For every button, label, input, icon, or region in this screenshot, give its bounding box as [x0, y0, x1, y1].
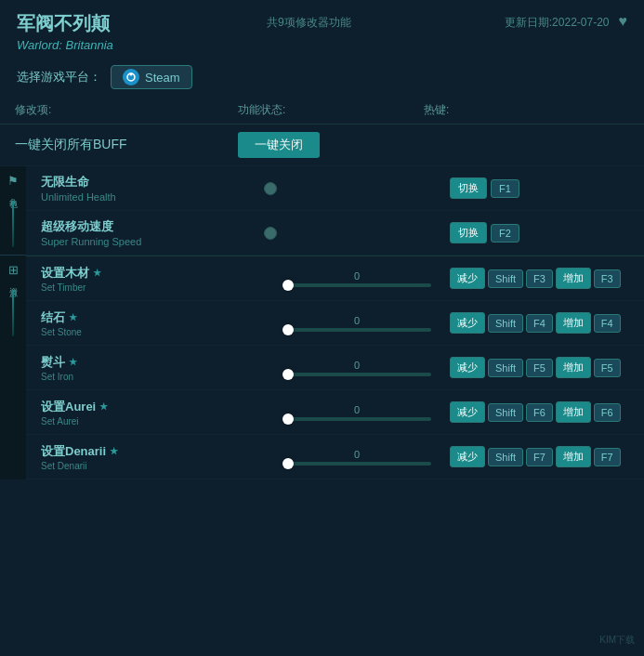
header: 军阀不列颠 Warlord: Britannia 共9项修改器功能 更新日期:2…: [0, 0, 644, 58]
res-dec-label-3[interactable]: 减少: [450, 401, 485, 423]
char-toggle-col-0: [264, 182, 450, 195]
platform-row: 选择游戏平台： Steam: [0, 58, 644, 97]
res-dec-label-4[interactable]: 减少: [450, 446, 485, 467]
char-name-col-1: 超级移动速度 Super Running Speed: [41, 218, 264, 247]
res-slider-thumb-4: [283, 458, 294, 469]
favorite-icon[interactable]: ♥: [619, 13, 628, 30]
res-slider-1[interactable]: [283, 328, 431, 332]
char-en-1: Super Running Speed: [41, 236, 264, 247]
res-dec-key-3[interactable]: F6: [526, 403, 553, 422]
char-toggle-1[interactable]: [264, 227, 277, 240]
res-name-col-4: 设置Denarii ★ Set Denarii: [41, 443, 264, 471]
svg-point-2: [130, 73, 133, 76]
platform-label: 选择游戏平台：: [17, 69, 101, 85]
res-inc-key-1[interactable]: F4: [594, 314, 621, 333]
resource-item-1: 结石 ★ Set Stone 0 减少 Shift F4 增加 F4: [26, 301, 644, 346]
res-inc-label-0[interactable]: 增加: [556, 268, 591, 289]
char-hotkey-key-0[interactable]: F1: [491, 179, 519, 198]
res-inc-label-4[interactable]: 增加: [556, 446, 591, 467]
game-title-cn: 军阀不列颠: [17, 11, 113, 36]
res-value-3: 0: [354, 404, 360, 415]
header-mod-count: 共9项修改器功能: [267, 15, 351, 31]
char-hotkey-label-0[interactable]: 切换: [450, 177, 487, 199]
res-slider-col-2: 0: [264, 360, 450, 376]
res-inc-label-3[interactable]: 增加: [556, 401, 591, 423]
res-slider-thumb-2: [283, 369, 294, 380]
char-cn-1: 超级移动速度: [41, 218, 264, 235]
resource-item-4: 设置Denarii ★ Set Denarii 0 减少 Shift F7 增加…: [26, 435, 644, 479]
res-slider-col-4: 0: [264, 449, 450, 466]
res-inc-label-1[interactable]: 增加: [556, 312, 591, 334]
char-toggle-0[interactable]: [264, 182, 277, 195]
res-en-4: Set Denarii: [41, 461, 264, 471]
res-en-3: Set Aurei: [41, 416, 264, 426]
char-item-0: 无限生命 Unlimited Health 切换 F1: [26, 166, 644, 211]
res-dec-key-2[interactable]: F5: [526, 359, 553, 377]
buff-name: 一键关闭所有BUFF: [15, 137, 238, 153]
sidebar-res-section: ⊞ 资源: [0, 256, 26, 344]
res-value-1: 0: [354, 315, 360, 326]
char-sidebar-icon: ⚑: [7, 174, 19, 188]
res-dec-label-1[interactable]: 减少: [450, 312, 485, 334]
buff-status-col: 一键关闭: [238, 132, 424, 158]
header-left: 军阀不列颠 Warlord: Britannia: [17, 11, 113, 52]
sidebar-char-label: 角色: [7, 191, 20, 195]
star-icon-4: ★: [110, 446, 118, 456]
res-inc-key-4[interactable]: F7: [594, 448, 621, 466]
buff-close-button[interactable]: 一键关闭: [238, 132, 320, 158]
res-dec-key-0[interactable]: F3: [526, 269, 553, 288]
char-name-col-0: 无限生命 Unlimited Health: [41, 174, 264, 203]
sidebar-res-bar: [12, 290, 14, 336]
res-dec-shift-0[interactable]: Shift: [488, 269, 523, 288]
res-slider-2[interactable]: [283, 373, 431, 376]
res-dec-label-2[interactable]: 减少: [450, 357, 485, 378]
resource-item-0: 设置木材 ★ Set Timber 0 减少 Shift F3 增加 F3: [26, 256, 644, 301]
resource-item-2: 熨斗 ★ Set Iron 0 减少 Shift F5 增加 F5: [26, 346, 644, 390]
res-inc-key-0[interactable]: F3: [594, 269, 621, 288]
res-slider-thumb-3: [283, 413, 294, 425]
left-sidebar: ⚑ 角色 ⊞ 资源: [0, 166, 26, 479]
res-cn-4: 设置Denarii ★: [41, 443, 264, 460]
res-en-1: Set Stone: [41, 327, 264, 337]
res-hotkey-col-2: 减少 Shift F5 增加 F5: [450, 357, 629, 378]
char-hotkey-col-0: 切换 F1: [450, 177, 629, 199]
res-dec-shift-3[interactable]: Shift: [488, 403, 523, 422]
sidebar-char-section: ⚑ 角色: [0, 166, 26, 256]
buff-row: 一键关闭所有BUFF 一键关闭: [0, 125, 644, 166]
res-dec-label-0[interactable]: 减少: [450, 268, 485, 289]
res-slider-3[interactable]: [283, 417, 431, 421]
game-title-en: Warlord: Britannia: [17, 38, 113, 52]
res-slider-4[interactable]: [283, 462, 431, 466]
res-inc-key-3[interactable]: F6: [594, 403, 621, 422]
res-dec-shift-2[interactable]: Shift: [488, 359, 523, 377]
res-inc-key-2[interactable]: F5: [594, 359, 621, 377]
svg-point-0: [125, 71, 138, 84]
res-name-col-1: 结石 ★ Set Stone: [41, 309, 264, 337]
col-hotkey-header: 热键:: [424, 102, 629, 118]
res-cn-1: 结石 ★: [41, 309, 264, 326]
steam-platform-label: Steam: [145, 71, 180, 85]
char-item-1: 超级移动速度 Super Running Speed 切换 F2: [26, 211, 644, 256]
char-hotkey-key-1[interactable]: F2: [491, 224, 519, 243]
steam-platform-button[interactable]: Steam: [111, 65, 192, 89]
res-value-0: 0: [354, 270, 360, 282]
col-mod-header: 修改项:: [15, 102, 238, 118]
main-area: ⚑ 角色 ⊞ 资源 无限生命 Unlimited Health 切换 F1 超级…: [0, 166, 644, 479]
res-value-2: 0: [354, 360, 360, 371]
res-slider-0[interactable]: [283, 283, 431, 287]
res-cn-0: 设置木材 ★: [41, 265, 264, 282]
char-hotkey-label-1[interactable]: 切换: [450, 222, 487, 243]
res-dec-shift-1[interactable]: Shift: [488, 314, 523, 333]
res-dec-shift-4[interactable]: Shift: [488, 448, 523, 466]
res-dec-key-4[interactable]: F7: [526, 448, 553, 466]
star-icon-1: ★: [69, 312, 77, 322]
res-dec-key-1[interactable]: F4: [526, 314, 553, 333]
star-icon-3: ★: [99, 401, 108, 412]
res-inc-label-2[interactable]: 增加: [556, 357, 591, 378]
char-hotkey-col-1: 切换 F2: [450, 222, 629, 243]
star-icon-2: ★: [69, 357, 77, 367]
steam-logo-icon: [123, 69, 139, 85]
res-slider-col-3: 0: [264, 404, 450, 421]
column-headers: 修改项: 功能状态: 热键:: [0, 97, 644, 125]
sidebar-res-label: 资源: [7, 281, 20, 284]
